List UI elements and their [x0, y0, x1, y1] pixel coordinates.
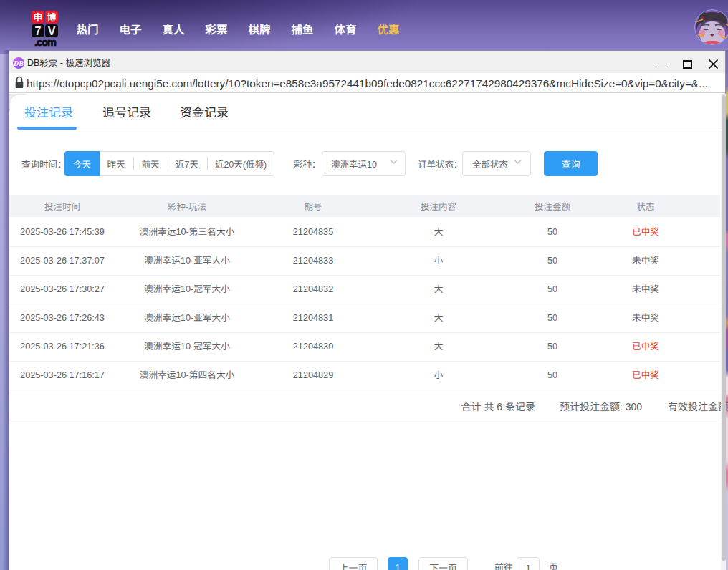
svg-text:DB: DB	[13, 59, 24, 67]
